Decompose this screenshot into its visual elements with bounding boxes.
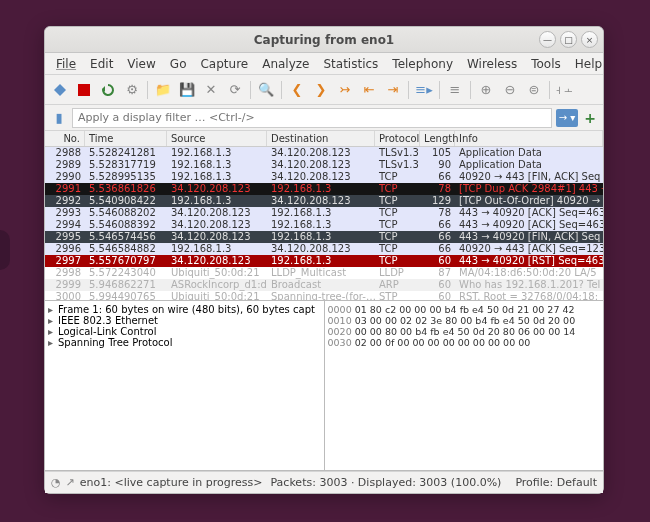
zoom-reset-icon[interactable]: ⊜ (523, 79, 545, 101)
prev-icon[interactable]: ❮ (286, 79, 308, 101)
add-filter-button[interactable]: + (582, 110, 598, 126)
toolbar: ⚙ 📁 💾 ✕ ⟳ 🔍 ❮ ❯ ↣ ⇤ ⇥ ≡▸ ≡ ⊕ ⊖ ⊜ ⫞⫠ (45, 75, 603, 105)
menu-file[interactable]: File (49, 54, 83, 74)
menu-analyze[interactable]: Analyze (255, 54, 316, 74)
minimize-button[interactable]: — (539, 31, 556, 48)
wireshark-window: Capturing from eno1 — □ × File Edit View… (44, 26, 604, 494)
menu-edit[interactable]: Edit (83, 54, 120, 74)
status-packets: Packets: 3003 · Displayed: 3003 (100.0%) (270, 476, 501, 489)
packet-row[interactable]: 29915.53686182634.120.208.123192.168.1.3… (45, 183, 603, 195)
statusbar: ◔ ↗ eno1: <live capture in progress> Pac… (45, 471, 603, 493)
open-icon[interactable]: 📁 (152, 79, 174, 101)
close-button[interactable]: × (581, 31, 598, 48)
col-dest[interactable]: Destination (267, 131, 375, 146)
tree-row[interactable]: ▸Spanning Tree Protocol (48, 337, 321, 348)
reload-icon[interactable]: ⟳ (224, 79, 246, 101)
menu-view[interactable]: View (120, 54, 162, 74)
packet-row[interactable]: 29905.528995135192.168.1.334.120.208.123… (45, 171, 603, 183)
menu-capture[interactable]: Capture (193, 54, 255, 74)
hex-row[interactable]: 0000 01 80 c2 00 00 00 b4 fb e4 50 0d 21… (328, 304, 601, 315)
hex-row[interactable]: 0030 02 00 0f 00 00 00 00 00 00 00 00 00 (328, 337, 601, 348)
details-bytes-split: ▸Frame 1: 60 bytes on wire (480 bits), 6… (45, 301, 603, 471)
packet-row[interactable]: 29955.54657445634.120.208.123192.168.1.3… (45, 231, 603, 243)
menu-tools[interactable]: Tools (524, 54, 568, 74)
tree-row[interactable]: ▸Logical-Link Control (48, 326, 321, 337)
status-interface: eno1: <live capture in progress> (80, 476, 263, 489)
packet-row[interactable]: 29935.54608820234.120.208.123192.168.1.3… (45, 207, 603, 219)
col-proto[interactable]: Protocol (375, 131, 420, 146)
capture-file-icon[interactable]: ↗ (66, 476, 75, 489)
window-title: Capturing from eno1 (45, 33, 603, 47)
svg-rect-1 (78, 84, 90, 96)
start-capture-icon[interactable] (49, 79, 71, 101)
apply-filter-button[interactable]: → ▾ (556, 109, 578, 127)
packet-row[interactable]: 29945.54608839234.120.208.123192.168.1.3… (45, 219, 603, 231)
col-source[interactable]: Source (167, 131, 267, 146)
menu-go[interactable]: Go (163, 54, 194, 74)
expert-info-icon[interactable]: ◔ (51, 476, 61, 489)
hex-row[interactable]: 0020 00 00 80 00 b4 fb e4 50 0d 20 80 06… (328, 326, 601, 337)
zoom-in-icon[interactable]: ⊕ (475, 79, 497, 101)
menu-wireless[interactable]: Wireless (460, 54, 524, 74)
packet-row[interactable]: 29965.546584882192.168.1.334.120.208.123… (45, 243, 603, 255)
last-icon[interactable]: ⇥ (382, 79, 404, 101)
status-profile[interactable]: Profile: Default (515, 476, 597, 489)
svg-marker-0 (54, 84, 66, 96)
find-icon[interactable]: 🔍 (255, 79, 277, 101)
packet-list-header: No. Time Source Destination Protocol Len… (45, 131, 603, 147)
packet-row[interactable]: 29985.572243040Ubiquiti_50:0d:21LLDP_Mul… (45, 267, 603, 279)
restart-capture-icon[interactable] (97, 79, 119, 101)
jump-icon[interactable]: ↣ (334, 79, 356, 101)
tree-row[interactable]: ▸Frame 1: 60 bytes on wire (480 bits), 6… (48, 304, 321, 315)
first-icon[interactable]: ⇤ (358, 79, 380, 101)
tree-row[interactable]: ▸IEEE 802.3 Ethernet (48, 315, 321, 326)
packet-row[interactable]: 29925.540908422192.168.1.334.120.208.123… (45, 195, 603, 207)
maximize-button[interactable]: □ (560, 31, 577, 48)
capture-options-icon[interactable]: ⚙ (121, 79, 143, 101)
stop-capture-icon[interactable] (73, 79, 95, 101)
col-time[interactable]: Time (85, 131, 167, 146)
zoom-out-icon[interactable]: ⊖ (499, 79, 521, 101)
packet-list-body[interactable]: 29885.528241281192.168.1.334.120.208.123… (45, 147, 603, 300)
display-filter-input[interactable] (72, 108, 552, 128)
packet-row[interactable]: 29995.946862271ASRockIncorp_d1:d2:…Broad… (45, 279, 603, 291)
col-no[interactable]: No. (45, 131, 85, 146)
col-info[interactable]: Info (455, 131, 603, 146)
save-icon[interactable]: 💾 (176, 79, 198, 101)
hex-row[interactable]: 0010 03 00 00 02 02 3e 80 00 b4 fb e4 50… (328, 315, 601, 326)
menubar: File Edit View Go Capture Analyze Statis… (45, 53, 603, 75)
packet-details-pane[interactable]: ▸Frame 1: 60 bytes on wire (480 bits), 6… (45, 301, 324, 470)
packet-row[interactable]: 29885.528241281192.168.1.334.120.208.123… (45, 147, 603, 159)
menu-statistics[interactable]: Statistics (316, 54, 385, 74)
packet-list-pane[interactable]: No. Time Source Destination Protocol Len… (45, 131, 603, 301)
filter-toolbar: ▮ → ▾ + (45, 105, 603, 131)
bookmark-icon[interactable]: ▮ (50, 109, 68, 127)
next-icon[interactable]: ❯ (310, 79, 332, 101)
resize-columns-icon[interactable]: ⫞⫠ (554, 79, 576, 101)
menu-help[interactable]: Help (568, 54, 609, 74)
titlebar: Capturing from eno1 — □ × (45, 27, 603, 53)
launcher-handle (0, 230, 10, 270)
colorize-icon[interactable]: ≡ (444, 79, 466, 101)
packet-bytes-pane[interactable]: 0000 01 80 c2 00 00 00 b4 fb e4 50 0d 21… (324, 301, 604, 470)
packet-row[interactable]: 29975.55767079734.120.208.123192.168.1.3… (45, 255, 603, 267)
menu-telephony[interactable]: Telephony (385, 54, 460, 74)
autoscroll-icon[interactable]: ≡▸ (413, 79, 435, 101)
packet-row[interactable]: 30005.994490765Ubiquiti_50:0d:21Spanning… (45, 291, 603, 300)
close-file-icon[interactable]: ✕ (200, 79, 222, 101)
packet-row[interactable]: 29895.528317719192.168.1.334.120.208.123… (45, 159, 603, 171)
col-len[interactable]: Length (420, 131, 455, 146)
